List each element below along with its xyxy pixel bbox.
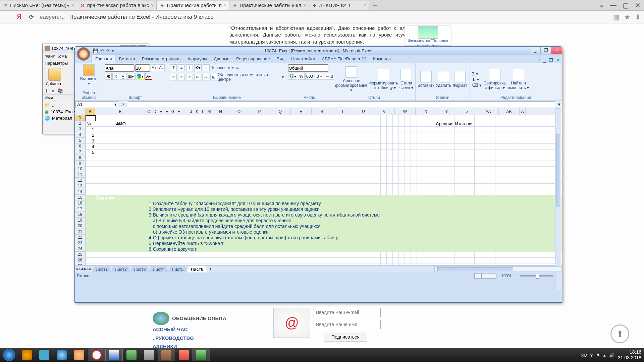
fill-color-button[interactable]: 🪣▾: [136, 73, 145, 80]
taskbar-item[interactable]: [53, 349, 70, 361]
orientation-icon[interactable]: ⟲▾: [194, 64, 202, 71]
column-header[interactable]: B: [95, 108, 146, 115]
row-header[interactable]: 16: [75, 200, 85, 206]
save-icon[interactable]: 💾: [93, 48, 98, 53]
column-header[interactable]: N: [212, 108, 229, 115]
ribbon-tab[interactable]: Надстройки: [288, 55, 318, 63]
row-header[interactable]: 3: [75, 126, 85, 132]
column-header[interactable]: Q: [270, 108, 291, 115]
sheet-tab[interactable]: Лист1: [92, 266, 111, 273]
column-header[interactable]: S: [312, 108, 332, 115]
row-header[interactable]: 7: [75, 149, 85, 155]
undo-icon[interactable]: ↶: [100, 48, 104, 53]
name-box[interactable]: A1▾: [75, 101, 118, 108]
quick-access-toolbar[interactable]: 💾 ↶ ↷ ▾: [93, 48, 114, 53]
browser-tab[interactable]: Япрактическая работа в экс×: [77, 1, 157, 10]
row-header[interactable]: 14: [75, 189, 85, 195]
new-sheet-icon[interactable]: ✦: [207, 266, 214, 272]
column-header[interactable]: W: [395, 108, 416, 115]
row-header[interactable]: 19: [75, 218, 85, 223]
reload-button[interactable]: ⟳: [28, 13, 35, 21]
sidebar-widget[interactable]: Физминутка "Зарядка для друзей": [405, 25, 451, 46]
column-header[interactable]: AA: [478, 108, 499, 115]
taskbar-item[interactable]: [105, 349, 123, 361]
column-header[interactable]: V: [374, 108, 395, 115]
link[interactable]: АССНЫЙ ЧАС: [153, 325, 260, 334]
row-header[interactable]: 27: [75, 263, 85, 265]
autosum-icon[interactable]: Σ ▾: [472, 71, 482, 76]
ribbon-tab[interactable]: ABBYY FineReader 12: [319, 55, 370, 63]
action-center-icon[interactable]: ⚑: [596, 353, 600, 358]
column-header[interactable]: R: [291, 108, 312, 115]
ribbon-tab[interactable]: Рецензирование: [233, 55, 273, 63]
browser-tab[interactable]: ◉Практические работы 9 кл×: [229, 1, 309, 10]
ribbon-tab[interactable]: Команда: [370, 55, 394, 63]
column-header[interactable]: E: [158, 108, 164, 115]
column-header[interactable]: AB: [499, 108, 520, 115]
link[interactable]: . РУКОВОДСТВО: [153, 334, 260, 343]
ribbon-tab-home[interactable]: Главная: [92, 55, 115, 63]
maximize-icon[interactable]: ❐: [540, 47, 551, 54]
yandex-icon[interactable]: Я: [15, 13, 23, 21]
taskbar-item[interactable]: [158, 349, 175, 361]
row-header[interactable]: 2: [75, 121, 85, 126]
row-header[interactable]: 24: [75, 246, 85, 252]
conditional-format-button[interactable]: Условное форматирование ▾: [335, 66, 367, 93]
browser-tab-active[interactable]: ◉Практические работы п×: [157, 1, 229, 10]
row-header[interactable]: 10: [75, 166, 85, 172]
paste-button[interactable]: Вставить ▾: [80, 64, 98, 86]
sheet-nav[interactable]: ⏮◀▶⏭: [75, 267, 92, 271]
ribbon-tab[interactable]: Вид: [273, 55, 288, 63]
row-header[interactable]: 4: [75, 132, 85, 138]
close-icon[interactable]: ✕: [635, 1, 641, 9]
font-color-button[interactable]: A▾: [145, 73, 152, 80]
sheet-tab[interactable]: Лист5: [168, 266, 187, 273]
column-headers[interactable]: ABCDEFGHIJKLMNOPQRSTUVWXYZAAABA: [86, 108, 562, 115]
ribbon-tab[interactable]: Разметка страницы: [139, 55, 185, 63]
volume-icon[interactable]: 🔊: [609, 353, 614, 358]
ribbon-tab[interactable]: Данные: [210, 55, 233, 63]
decrease-decimal-icon[interactable]: ←.0: [325, 73, 334, 80]
column-header[interactable]: M: [206, 108, 212, 115]
help-icon[interactable]: ?: [538, 58, 540, 63]
minimize-ribbon-icon[interactable]: _: [543, 58, 546, 63]
email-field[interactable]: [314, 308, 381, 317]
row-header[interactable]: 6: [75, 143, 85, 149]
maximize-icon[interactable]: ▢: [623, 1, 629, 9]
chevron-down-icon[interactable]: ▾: [112, 48, 114, 53]
column-header[interactable]: C: [146, 108, 152, 115]
merge-icon[interactable]: ⊞: [210, 74, 217, 80]
align-right-icon[interactable]: ≡: [186, 74, 193, 80]
find-select-button[interactable]: Найти и выделить ▾: [508, 69, 529, 90]
ribbon-tab[interactable]: Вставка: [115, 55, 138, 63]
add-button[interactable]: Добавить: [45, 68, 65, 86]
row-header[interactable]: 17: [75, 206, 85, 212]
row-header[interactable]: 23: [75, 240, 85, 246]
column-header[interactable]: A: [520, 108, 526, 115]
italic-button[interactable]: К: [112, 73, 119, 80]
url-text[interactable]: easyen.ru Практические работы по Excel -…: [40, 14, 213, 20]
name-field[interactable]: [314, 320, 381, 329]
taskbar-item[interactable]: [123, 349, 140, 361]
font-size-select[interactable]: [135, 64, 150, 72]
comma-icon[interactable]: 000: [305, 73, 314, 80]
tray-icon[interactable]: ?: [590, 353, 593, 358]
row-header[interactable]: 21: [75, 229, 85, 235]
minimize-icon[interactable]: —: [610, 1, 616, 9]
scroll-top-button[interactable]: ⬆: [610, 324, 629, 343]
row-header[interactable]: 26: [75, 257, 85, 263]
sheet-tab[interactable]: Лист4: [149, 266, 168, 273]
zoom-out-icon[interactable]: −: [514, 274, 516, 278]
view-buttons[interactable]: [474, 273, 496, 279]
align-middle-icon[interactable]: ≡: [178, 64, 185, 71]
subscribe-button[interactable]: Подписаться: [324, 332, 367, 342]
percent-icon[interactable]: %: [298, 73, 305, 80]
close-workbook-icon[interactable]: ×: [556, 58, 559, 63]
back-button[interactable]: ←: [3, 13, 11, 21]
border-button[interactable]: ▦▾: [127, 73, 135, 80]
row-headers[interactable]: 1234567891011121314151617181920212223242…: [75, 108, 86, 265]
column-header[interactable]: L: [200, 108, 206, 115]
sheet-tab[interactable]: Лист6: [187, 266, 207, 273]
insert-cells-button[interactable]: Вставить: [418, 71, 434, 88]
tray-chevron-icon[interactable]: ▴: [603, 353, 606, 358]
